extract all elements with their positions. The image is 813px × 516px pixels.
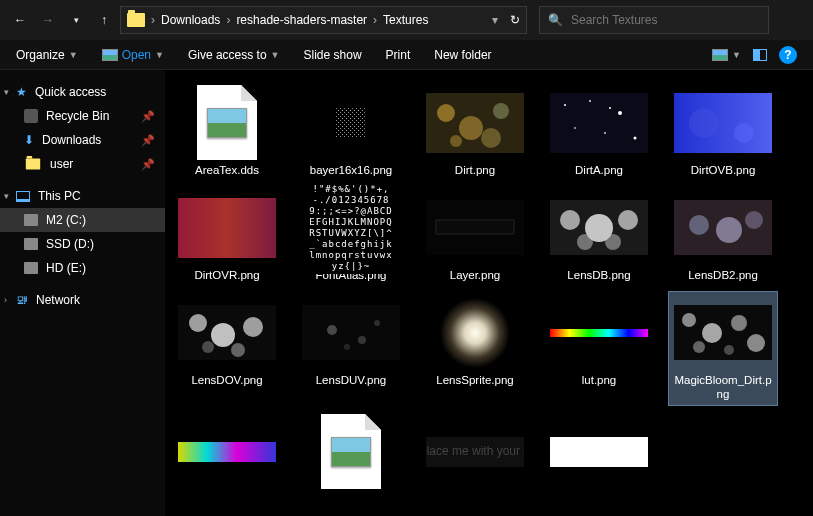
pin-icon: 📌 — [141, 158, 155, 171]
file-label: bayer16x16.png — [310, 163, 392, 177]
give-access-menu[interactable]: Give access to▼ — [188, 48, 280, 62]
file-item[interactable]: AreaTex.dds — [173, 82, 281, 181]
svg-point-13 — [618, 111, 622, 115]
svg-point-7 — [493, 103, 509, 119]
file-item[interactable] — [545, 411, 653, 492]
chevron-down-icon[interactable]: ▾ — [4, 191, 9, 201]
crumb-repo[interactable]: reshade-shaders-master — [236, 13, 367, 27]
file-item[interactable]: DirtOVR.png — [173, 187, 281, 286]
chevron-right-icon[interactable]: › — [151, 13, 155, 27]
svg-point-6 — [459, 116, 483, 140]
svg-point-14 — [604, 132, 606, 134]
back-button[interactable]: ← — [8, 8, 32, 32]
up-button[interactable]: ↑ — [92, 8, 116, 32]
file-icon — [197, 85, 257, 160]
sidebar-user[interactable]: user📌 — [0, 152, 165, 176]
breadcrumb[interactable]: › Downloads› reshade-shaders-master› Tex… — [120, 6, 505, 34]
file-item[interactable]: Replace me with your own — [421, 411, 529, 492]
picture-icon — [102, 49, 118, 61]
svg-point-38 — [243, 317, 263, 337]
svg-point-9 — [450, 135, 462, 147]
svg-rect-18 — [674, 93, 772, 153]
new-folder-button[interactable]: New folder — [434, 48, 491, 62]
sidebar-drive-hd[interactable]: HD (E:) — [0, 256, 165, 280]
file-item[interactable] — [173, 411, 281, 492]
refresh-button[interactable]: ↻ — [503, 6, 527, 34]
thumbnail — [674, 93, 772, 153]
svg-point-40 — [202, 341, 214, 353]
svg-point-19 — [689, 108, 719, 138]
thumbnail — [302, 305, 400, 360]
file-item[interactable]: DirtA.png — [545, 82, 653, 181]
file-item[interactable]: DirtOVB.png — [669, 82, 777, 181]
file-item[interactable]: Dirt.png — [421, 82, 529, 181]
file-label: LensSprite.png — [436, 373, 513, 387]
view-options-button[interactable]: ▼ — [712, 49, 741, 61]
chevron-right-icon[interactable]: › — [373, 13, 377, 27]
open-button[interactable]: Open▼ — [102, 48, 164, 62]
sidebar-network[interactable]: ›🖳Network — [0, 288, 165, 312]
file-item[interactable]: Layer.png — [421, 187, 529, 286]
file-label: DirtA.png — [575, 163, 623, 177]
slideshow-button[interactable]: Slide show — [304, 48, 362, 62]
organize-menu[interactable]: Organize▼ — [16, 48, 78, 62]
file-label: Dirt.png — [455, 163, 495, 177]
svg-point-32 — [689, 215, 709, 235]
crumb-textures[interactable]: Textures — [383, 13, 428, 27]
file-item[interactable]: LensSprite.png — [421, 292, 529, 405]
svg-rect-24 — [436, 220, 514, 234]
file-item[interactable]: !"#$%&'()*+,-./0123456789:;;<=>?@ABCDEFG… — [297, 187, 405, 286]
search-input[interactable] — [571, 13, 760, 27]
chevron-right-icon[interactable]: › — [226, 13, 230, 27]
sidebar-downloads[interactable]: ⬇Downloads📌 — [0, 128, 165, 152]
drive-icon — [24, 262, 38, 274]
search-icon: 🔍 — [548, 13, 563, 27]
svg-point-30 — [605, 234, 621, 250]
svg-rect-3 — [336, 108, 366, 138]
preview-pane-button[interactable] — [753, 49, 767, 61]
sidebar-recycle-bin[interactable]: Recycle Bin📌 — [0, 104, 165, 128]
svg-point-45 — [344, 344, 350, 350]
folder-icon — [127, 13, 145, 27]
file-item[interactable]: lut.png — [545, 292, 653, 405]
thumbnail — [440, 298, 510, 368]
crumb-downloads[interactable]: Downloads — [161, 13, 220, 27]
file-item[interactable]: bayer16x16.png — [297, 82, 405, 181]
help-button[interactable]: ? — [779, 46, 797, 64]
svg-point-34 — [745, 211, 763, 229]
drive-icon — [24, 214, 38, 226]
print-button[interactable]: Print — [386, 48, 411, 62]
file-item[interactable]: LensDB2.png — [669, 187, 777, 286]
file-item[interactable]: LensDOV.png — [173, 292, 281, 405]
svg-point-29 — [577, 234, 593, 250]
file-item[interactable] — [297, 411, 405, 492]
file-item[interactable]: LensDB.png — [545, 187, 653, 286]
recent-locations-button[interactable]: ▾ — [64, 8, 88, 32]
file-label: MagicBloom_Dirt.png — [673, 373, 773, 401]
forward-button[interactable]: → — [36, 8, 60, 32]
file-item[interactable]: LensDUV.png — [297, 292, 405, 405]
file-list[interactable]: AreaTex.dds bayer16x16.png Dirt.png Dirt… — [165, 70, 813, 516]
svg-point-43 — [358, 336, 366, 344]
thumbnail — [550, 437, 648, 467]
svg-point-26 — [560, 210, 580, 230]
svg-point-51 — [731, 315, 747, 331]
sidebar-quick-access[interactable]: ▾★Quick access — [0, 80, 165, 104]
svg-point-53 — [693, 341, 705, 353]
sidebar-drive-ssd[interactable]: SSD (D:) — [0, 232, 165, 256]
main-area: ▾★Quick access Recycle Bin📌 ⬇Downloads📌 … — [0, 70, 813, 516]
file-item[interactable]: MagicBloom_Dirt.png — [669, 292, 777, 405]
chevron-down-icon[interactable]: ▾ — [4, 87, 9, 97]
thumbnail — [550, 93, 648, 153]
search-box[interactable]: 🔍 — [539, 6, 769, 34]
sidebar-drive-m2[interactable]: M2 (C:) — [0, 208, 165, 232]
file-label: lut.png — [582, 373, 617, 387]
thumbnail — [178, 198, 276, 258]
chevron-right-icon[interactable]: › — [4, 295, 7, 305]
svg-rect-46 — [440, 298, 510, 368]
svg-rect-41 — [302, 305, 400, 360]
pin-icon: 📌 — [141, 110, 155, 123]
thumbnail: !"#$%&'()*+,-./0123456789:;;<=>?@ABCDEFG… — [305, 182, 397, 274]
sidebar-this-pc[interactable]: ▾This PC — [0, 184, 165, 208]
chevron-down-icon[interactable]: ▾ — [492, 13, 498, 27]
